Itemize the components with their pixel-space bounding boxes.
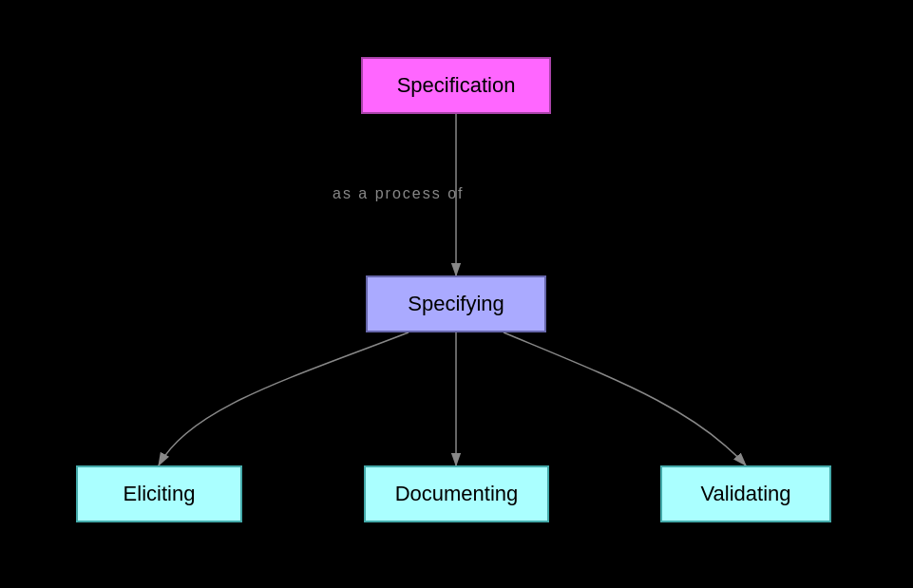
edge-label: as a process of (333, 185, 465, 202)
node-specifying-label: Specifying (408, 292, 504, 316)
node-documenting: Documenting (364, 465, 549, 522)
diagram: as a process of Specification Specifying… (0, 0, 913, 588)
node-validating-label: Validating (701, 482, 791, 506)
node-eliciting: Eliciting (76, 465, 242, 522)
node-validating: Validating (660, 465, 831, 522)
edge-specifying-validating (504, 332, 746, 465)
node-specification: Specification (361, 57, 551, 114)
node-specification-label: Specification (397, 73, 516, 98)
node-eliciting-label: Eliciting (124, 482, 196, 506)
node-specifying: Specifying (366, 275, 546, 332)
node-documenting-label: Documenting (395, 482, 519, 506)
edge-specifying-eliciting (159, 332, 409, 465)
